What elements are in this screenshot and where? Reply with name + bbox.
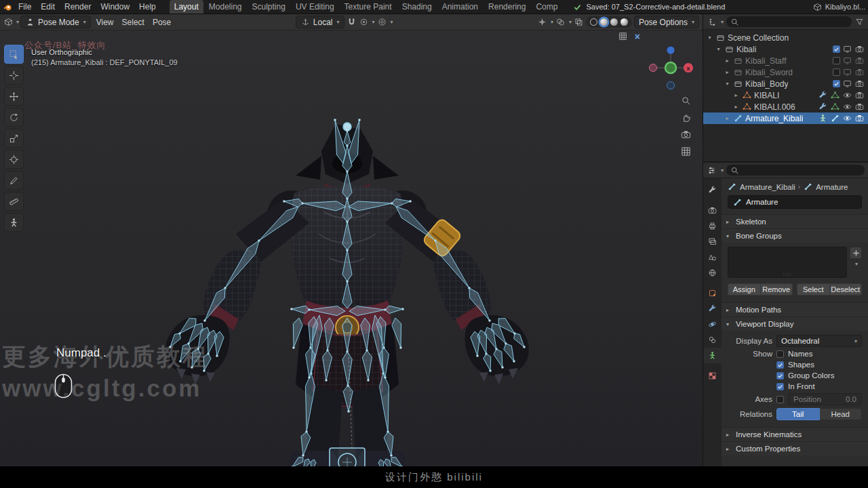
viewport-menu-pose[interactable]: Pose bbox=[149, 14, 175, 30]
expand-arrow-icon[interactable]: ▸ bbox=[724, 69, 731, 75]
menu-file[interactable]: File bbox=[14, 0, 36, 14]
panel-inverse-kinematics[interactable]: ▸ Inverse Kinematics bbox=[722, 427, 868, 441]
breadcrumb-item[interactable]: Armature bbox=[816, 183, 848, 191]
workspace-tab-shading[interactable]: Shading bbox=[397, 0, 437, 14]
workspace-tab-comp[interactable]: Comp bbox=[531, 0, 562, 14]
zoom-icon[interactable] bbox=[681, 96, 691, 106]
grid-icon[interactable] bbox=[681, 146, 691, 157]
rotate-button[interactable] bbox=[4, 108, 24, 127]
gizmo-neg-z-axis[interactable] bbox=[667, 82, 675, 89]
axes-checkbox[interactable] bbox=[776, 396, 784, 403]
caret-down-icon[interactable]: ▾ bbox=[391, 19, 393, 25]
caret-down-icon[interactable]: ▾ bbox=[551, 19, 553, 25]
outliner-row-kibali-006[interactable]: ▸KIBALI.006 bbox=[703, 101, 868, 113]
gizmo-y-axis[interactable] bbox=[665, 62, 676, 73]
menu-window[interactable]: Window bbox=[96, 0, 134, 14]
annotate-button[interactable] bbox=[4, 171, 24, 190]
move-button[interactable] bbox=[4, 87, 24, 106]
axes-position-slider[interactable]: Position 0.0 bbox=[788, 393, 862, 405]
workspace-tab-modeling[interactable]: Modeling bbox=[204, 0, 247, 14]
properties-tab-world[interactable] bbox=[704, 265, 722, 281]
transform-button[interactable] bbox=[4, 150, 24, 169]
caret-down-icon[interactable]: ▾ bbox=[569, 19, 572, 25]
remove-button[interactable]: Remove bbox=[761, 283, 793, 296]
properties-search-input[interactable] bbox=[726, 165, 865, 176]
camera-icon[interactable] bbox=[854, 90, 865, 100]
camera-icon[interactable] bbox=[854, 79, 865, 89]
wireframe-shading-icon[interactable] bbox=[590, 18, 597, 26]
properties-tab-physics[interactable] bbox=[704, 317, 722, 332]
camera-icon[interactable] bbox=[681, 129, 691, 140]
eye-icon[interactable] bbox=[842, 113, 852, 123]
outliner-row-armature-kibali[interactable]: ▸Armature_Kibali bbox=[703, 113, 868, 124]
properties-tab-output[interactable] bbox=[704, 218, 722, 234]
menu-help[interactable]: Help bbox=[134, 0, 161, 14]
viewport-menu-view[interactable]: View bbox=[92, 14, 118, 30]
camera-icon[interactable] bbox=[854, 44, 865, 54]
proportional-edit-icon[interactable] bbox=[377, 17, 387, 27]
collapse-arrow-icon[interactable]: ▾ bbox=[706, 35, 713, 41]
overlays-icon[interactable] bbox=[555, 17, 566, 27]
outliner-row-kibali-staff[interactable]: ▸Kibali_Staff bbox=[703, 55, 868, 66]
properties-tab-texture[interactable] bbox=[704, 368, 722, 384]
camera-icon[interactable] bbox=[854, 56, 865, 66]
mode-dropdown[interactable]: Pose Mode ▾ bbox=[20, 16, 91, 28]
navigation-gizmo[interactable]: X bbox=[647, 44, 694, 94]
outliner-row-kibali[interactable]: ▸KIBALI bbox=[703, 89, 868, 101]
camera-icon[interactable] bbox=[854, 102, 865, 112]
properties-tab-view-layer[interactable] bbox=[704, 234, 722, 249]
exclude-checkbox[interactable] bbox=[833, 80, 840, 87]
panel-skeleton[interactable]: ▸ Skeleton bbox=[722, 214, 868, 228]
panel-motion-paths[interactable]: ▸ Motion Paths bbox=[722, 302, 868, 317]
file-indicator[interactable]: Kibaliyo.bl... bbox=[812, 2, 865, 12]
root-control[interactable] bbox=[330, 448, 365, 466]
deselect-button[interactable]: Deselect bbox=[830, 283, 863, 296]
gizmo-neg-y-axis[interactable] bbox=[650, 64, 657, 72]
in-front-checkbox[interactable] bbox=[776, 383, 784, 390]
scale-button[interactable] bbox=[4, 129, 24, 148]
exclude-checkbox[interactable] bbox=[833, 45, 840, 53]
breadcrumb-item[interactable]: Armature_Kibali bbox=[740, 183, 795, 191]
expand-arrow-icon[interactable]: ▸ bbox=[724, 115, 731, 121]
names-checkbox[interactable] bbox=[776, 350, 784, 358]
display-as-dropdown[interactable]: Octahedral ▾ bbox=[776, 335, 862, 347]
hand-icon[interactable] bbox=[681, 113, 691, 123]
properties-tab-scene[interactable] bbox=[704, 249, 722, 265]
gizmo-z-axis[interactable] bbox=[667, 47, 675, 54]
outliner-row-kibali-sword[interactable]: ▸Kibali_Sword bbox=[703, 66, 868, 78]
properties-tab-data[interactable] bbox=[704, 348, 722, 363]
expand-arrow-icon[interactable]: ▸ bbox=[732, 92, 740, 98]
screen-icon[interactable] bbox=[842, 67, 852, 77]
outliner-search-input[interactable] bbox=[726, 16, 852, 27]
blender-logo-icon[interactable] bbox=[3, 2, 13, 12]
collapse-arrow-icon[interactable]: ▾ bbox=[724, 81, 731, 87]
xray-toggle-icon[interactable]: × bbox=[635, 32, 640, 41]
resize-grip-icon[interactable]: :::: bbox=[783, 271, 792, 277]
select-button[interactable]: Select bbox=[797, 283, 830, 296]
panel-bone-groups[interactable]: ▾ Bone Groups bbox=[722, 228, 868, 243]
editor-type-caret-icon[interactable]: ▾ bbox=[16, 19, 19, 25]
specials-menu-icon[interactable]: ▾ bbox=[855, 261, 858, 267]
cursor-tool-button[interactable] bbox=[4, 66, 24, 85]
caret-down-icon[interactable]: ▾ bbox=[721, 167, 724, 174]
solid-shading-icon[interactable] bbox=[600, 18, 608, 26]
screen-icon[interactable] bbox=[842, 44, 852, 54]
exclude-checkbox[interactable] bbox=[833, 68, 840, 76]
measure-button[interactable] bbox=[4, 192, 24, 211]
caret-down-icon[interactable]: ▾ bbox=[721, 19, 724, 25]
outliner-editor-icon[interactable] bbox=[707, 17, 717, 27]
expand-arrow-icon[interactable]: ▸ bbox=[724, 58, 731, 64]
properties-editor-icon[interactable] bbox=[707, 165, 717, 176]
grid-toggle-icon[interactable] bbox=[618, 31, 628, 41]
eye-icon[interactable] bbox=[842, 90, 852, 100]
workspace-tab-animation[interactable]: Animation bbox=[437, 0, 483, 14]
select-box-button[interactable] bbox=[4, 45, 24, 64]
bone-groups-list[interactable]: :::: bbox=[728, 247, 847, 278]
workspace-tab-texture-paint[interactable]: Texture Paint bbox=[340, 0, 397, 14]
expand-arrow-icon[interactable]: ▸ bbox=[732, 104, 740, 110]
workspace-tab-sculpting[interactable]: Sculpting bbox=[248, 0, 290, 14]
pose-tool-button[interactable] bbox=[4, 213, 24, 232]
rendered-shading-icon[interactable] bbox=[620, 18, 628, 26]
collapse-arrow-icon[interactable]: ▾ bbox=[715, 46, 722, 52]
orientation-dropdown[interactable]: Local ▾ bbox=[296, 16, 344, 28]
